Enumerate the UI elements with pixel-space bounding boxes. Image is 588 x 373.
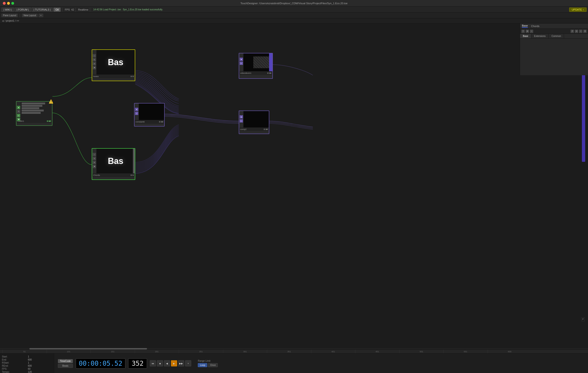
beat-display[interactable]: 352 bbox=[128, 358, 147, 369]
panel-plus-icon[interactable]: + bbox=[579, 30, 582, 33]
timecode-mode-button[interactable]: TimeCode bbox=[58, 359, 73, 363]
timecode-display[interactable]: 00:00:05.52 bbox=[76, 358, 125, 369]
start-val: 1 bbox=[28, 355, 52, 358]
forum-button[interactable]: | FORUM | bbox=[15, 8, 31, 12]
left-stats: Start: 1 End: 600 RStart: 1 REnd: 600 FP… bbox=[0, 353, 54, 373]
comp2-icon2: ▷ bbox=[240, 119, 243, 123]
minimize-button[interactable] bbox=[7, 2, 10, 5]
end-val: 600 bbox=[28, 358, 52, 361]
subtab-common[interactable]: Common bbox=[549, 34, 564, 38]
panel-bookmark-icon[interactable]: ⊞ bbox=[526, 30, 529, 33]
right-panel: Base Chords ? ⊞ i ↺ ⊡ + ⚙ Base Extension… bbox=[520, 23, 588, 75]
vd-footer-plus: + bbox=[269, 73, 272, 74]
midiin-icon3: ▷ bbox=[17, 114, 20, 117]
rstart-label: RStart: bbox=[2, 362, 26, 364]
once-button[interactable]: Once bbox=[208, 363, 218, 367]
status-text: 14:42:56 Load Project .toe : Syn_1.Eco.2… bbox=[93, 8, 163, 11]
right-panel-tabs: Base Extensions Common bbox=[520, 34, 588, 39]
fps-value: 42 bbox=[71, 8, 74, 11]
pane-layout-button[interactable]: Pane Layout bbox=[1, 14, 18, 17]
c6-footer-plus: + bbox=[161, 121, 163, 123]
tempo-val: 120 bbox=[28, 371, 52, 373]
stop-button[interactable]: ■ bbox=[157, 360, 163, 366]
ruler-mark-600: 600 bbox=[488, 350, 532, 353]
panel-question-icon[interactable]: ? bbox=[521, 30, 525, 33]
ruler-mark-401: 401 bbox=[311, 350, 355, 353]
maximize-button[interactable] bbox=[11, 2, 14, 5]
navbar: ◀ / project1 / >> bbox=[0, 18, 588, 23]
nav-path: / project1 / >> bbox=[5, 20, 19, 22]
bas-chords-sublabel: Chords bbox=[93, 174, 100, 176]
ruler-mark-501: 501 bbox=[399, 350, 444, 353]
node-body-bas-chords: Bas bbox=[96, 149, 135, 173]
panel-gear-icon[interactable]: ⚙ bbox=[583, 30, 587, 33]
comp2-body bbox=[243, 111, 269, 127]
constant6-body bbox=[139, 104, 164, 120]
rend-val: 600 bbox=[28, 364, 52, 367]
update-button[interactable]: UPDATE ↑ bbox=[569, 8, 587, 12]
panel-info-icon[interactable]: i bbox=[530, 30, 533, 33]
transport-buttons: ⏮ ■ ◀ ▶ ▶▶ + bbox=[150, 360, 191, 366]
comp2-label: comp2 bbox=[240, 128, 246, 131]
node-constant6[interactable]: ● ▷ constant6 + bbox=[134, 103, 165, 126]
warning-icon: ⚠️ bbox=[49, 99, 53, 104]
toolbar-sep bbox=[20, 14, 20, 17]
bas-notes-sublabel: Notes bbox=[93, 75, 99, 78]
node-bas-chords[interactable]: ○ ✎ ✕ ⚑ Bas Chords bbox=[92, 148, 135, 180]
bas-chords-label: Bas bbox=[108, 156, 123, 166]
node-videodevin1[interactable]: ● ▷ videodevin1 + bbox=[239, 53, 273, 79]
f-label: F bbox=[581, 317, 585, 321]
fps-label: FPS bbox=[65, 8, 70, 11]
loop-button[interactable]: Loop bbox=[198, 363, 207, 367]
oil-button[interactable]: Oil bbox=[53, 8, 61, 12]
subtab-extensions[interactable]: Extensions bbox=[531, 34, 549, 38]
wiki-button[interactable]: | WIKI | bbox=[1, 8, 14, 12]
play-button[interactable]: ▶ bbox=[171, 360, 177, 366]
bottom-bar: 51 101 151 201 251 301 351 401 451 501 5… bbox=[0, 350, 588, 373]
rewind-button[interactable]: ⏮ bbox=[150, 360, 156, 366]
node-side-icons: ○ ✎ ✕ ⚑ bbox=[93, 54, 96, 69]
bas-notes-label: Bas bbox=[108, 57, 123, 67]
back-button[interactable]: ◀ bbox=[164, 360, 170, 366]
node-midiin1[interactable]: ⚠️ ● ✎ ▷ ⚑ midiin1 + bbox=[16, 101, 52, 126]
timeline-controls: Start: 1 End: 600 RStart: 1 REnd: 600 FP… bbox=[0, 353, 588, 373]
comp2-footer-plus: + bbox=[265, 129, 268, 130]
add-pane-button[interactable]: + bbox=[39, 14, 43, 17]
transport: TimeCode Beats 00:00:05.52 352 ⏮ ■ ◀ ▶ ▶… bbox=[54, 353, 588, 373]
close-button[interactable] bbox=[3, 2, 6, 5]
right-panel-header: Base Chords bbox=[520, 23, 588, 29]
videodevin-label: videodevin1 bbox=[240, 72, 252, 74]
plus-button[interactable]: + bbox=[185, 360, 191, 366]
node-comp2[interactable]: ● ▷ comp2 + bbox=[239, 111, 269, 134]
videodevin-thumbnail bbox=[253, 56, 270, 68]
panel-tab-chords[interactable]: Chords bbox=[531, 25, 539, 28]
separator bbox=[62, 8, 62, 11]
footer-icon4 bbox=[132, 175, 134, 176]
midiin-footer-plus: + bbox=[49, 120, 51, 122]
mode-buttons: TimeCode Beats bbox=[58, 359, 73, 368]
forward-button[interactable]: ▶▶ bbox=[178, 360, 184, 366]
midiin-footer: midiin1 + bbox=[16, 119, 52, 123]
rstart-val: 1 bbox=[28, 362, 52, 364]
panel-refresh-icon[interactable]: ↺ bbox=[571, 30, 574, 33]
nav-arrow: ◀ bbox=[2, 20, 4, 22]
panel-tab-base[interactable]: Base bbox=[522, 24, 528, 28]
canvas-area[interactable]: ○ ✎ ✕ ⚑ Bas Notes ○ ✎ ✕ ⚑ Bas Chord bbox=[0, 23, 588, 350]
tutorials-button[interactable]: | TUTORIALS | bbox=[32, 8, 53, 12]
new-layout-button[interactable]: New Layout bbox=[22, 14, 38, 17]
videodevin-body bbox=[243, 53, 272, 71]
separator2 bbox=[75, 8, 76, 11]
c6-footer1 bbox=[159, 121, 160, 123]
subtab-base[interactable]: Base bbox=[520, 34, 531, 38]
ruler-mark-351: 351 bbox=[267, 350, 311, 353]
beats-mode-button[interactable]: Beats bbox=[58, 364, 73, 368]
ruler-mark-201: 201 bbox=[135, 350, 179, 353]
node-bas-notes[interactable]: ○ ✎ ✕ ⚑ Bas Notes bbox=[92, 49, 135, 81]
ruler-mark-551: 551 bbox=[443, 350, 488, 353]
node-icon-circle: ○ bbox=[93, 54, 96, 57]
ruler-mark-301: 301 bbox=[223, 350, 267, 353]
connections-layer bbox=[0, 23, 588, 350]
panel-link-icon[interactable]: ⊡ bbox=[575, 30, 578, 33]
midiin-body bbox=[21, 102, 52, 119]
menubar: | WIKI | | FORUM | | TUTORIALS | Oil FPS… bbox=[0, 7, 588, 13]
